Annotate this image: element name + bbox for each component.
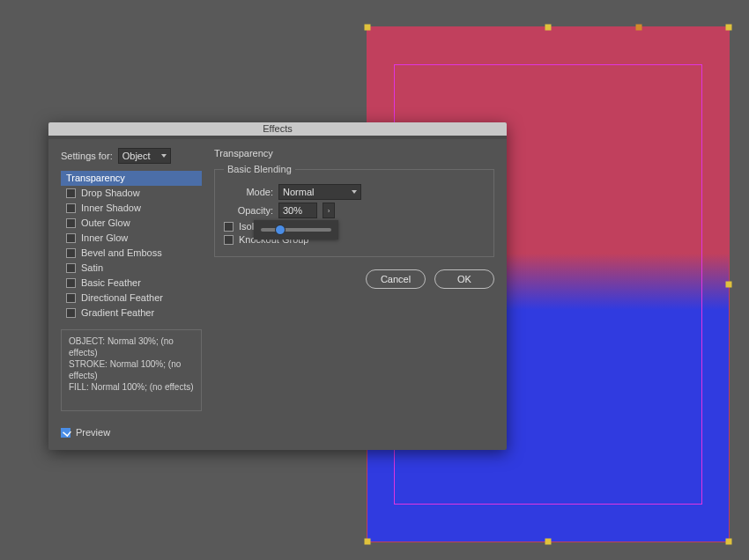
opacity-label: Opacity: [224,205,273,216]
effects-item-label: Inner Shadow [81,203,141,213]
chevron-right-icon: › [328,207,330,215]
opacity-input[interactable] [278,203,317,218]
dialog-title[interactable]: Effects [48,122,507,136]
effects-item-label: Directional Feather [81,292,163,303]
opacity-slider-track[interactable] [261,228,331,232]
summary-object: OBJECT: Normal 30%; (no effects) [69,335,194,358]
drop-shadow-checkbox[interactable] [66,188,76,198]
effects-item-drop-shadow[interactable]: Drop Shadow [61,186,202,201]
basic-blending-legend: Basic Blending [224,164,295,174]
effects-item-satin[interactable]: Satin [61,261,202,276]
effects-dialog: Effects Settings for: Object Transparenc… [48,122,507,450]
resize-handle-top-right[interactable] [726,25,732,31]
panel-heading: Transparency [214,148,494,158]
knockout-group-checkbox[interactable] [224,235,234,245]
resize-handle-bottom-left[interactable] [365,539,371,545]
mode-label: Mode: [224,187,273,197]
opacity-slider-thumb[interactable] [275,225,286,235]
satin-checkbox[interactable] [66,263,76,273]
opacity-slider-popup[interactable] [254,220,338,239]
opacity-stepper[interactable]: › [323,203,335,218]
effects-item-label: Transparency [66,173,125,183]
effects-item-directional-feather[interactable]: Directional Feather [61,291,202,306]
effects-summary: OBJECT: Normal 30%; (no effects) STROKE:… [61,329,202,411]
effects-item-outer-glow[interactable]: Outer Glow [61,216,202,231]
effects-item-label: Bevel and Emboss [81,247,162,258]
effects-item-transparency[interactable]: Transparency [61,171,202,186]
effects-item-label: Basic Feather [81,277,141,288]
summary-fill: FILL: Normal 100%; (no effects) [69,381,194,393]
resize-handle-bottom-right[interactable] [726,539,732,545]
effects-item-label: Satin [81,262,103,273]
settings-for-label: Settings for: [61,151,113,161]
effects-item-label: Drop Shadow [81,188,140,198]
resize-handle-mid-right[interactable] [726,282,732,288]
effects-item-label: Gradient Feather [81,307,154,318]
effects-item-basic-feather[interactable]: Basic Feather [61,276,202,291]
preview-checkbox[interactable] [61,428,70,438]
effects-item-label: Outer Glow [81,217,130,228]
settings-for-select[interactable]: Object [118,148,171,164]
inner-glow-checkbox[interactable] [66,233,76,243]
resize-handle-top-left[interactable] [365,25,371,31]
effects-item-inner-shadow[interactable]: Inner Shadow [61,201,202,216]
effects-list: Transparency Drop Shadow Inner Shadow Ou… [61,171,202,321]
resize-handle-bottom-center[interactable] [545,539,552,545]
basic-feather-checkbox[interactable] [66,278,76,288]
rotation-reference-point[interactable] [635,25,641,31]
summary-stroke: STROKE: Normal 100%; (no effects) [69,358,194,381]
inner-shadow-checkbox[interactable] [66,203,76,213]
effects-item-bevel-emboss[interactable]: Bevel and Emboss [61,246,202,261]
isolate-blending-checkbox[interactable] [224,222,234,232]
cancel-button[interactable]: Cancel [366,269,426,289]
effects-item-inner-glow[interactable]: Inner Glow [61,231,202,246]
outer-glow-checkbox[interactable] [66,218,76,228]
effects-item-label: Inner Glow [81,232,128,243]
bevel-emboss-checkbox[interactable] [66,248,76,258]
basic-blending-group: Basic Blending Mode: Normal Opacity: [214,164,494,257]
directional-feather-checkbox[interactable] [66,293,76,303]
preview-label: Preview [76,427,110,438]
ok-button[interactable]: OK [434,269,494,289]
effects-item-gradient-feather[interactable]: Gradient Feather [61,306,202,321]
mode-select[interactable]: Normal [278,184,361,200]
gradient-feather-checkbox[interactable] [66,308,76,318]
resize-handle-top-center[interactable] [545,25,552,31]
